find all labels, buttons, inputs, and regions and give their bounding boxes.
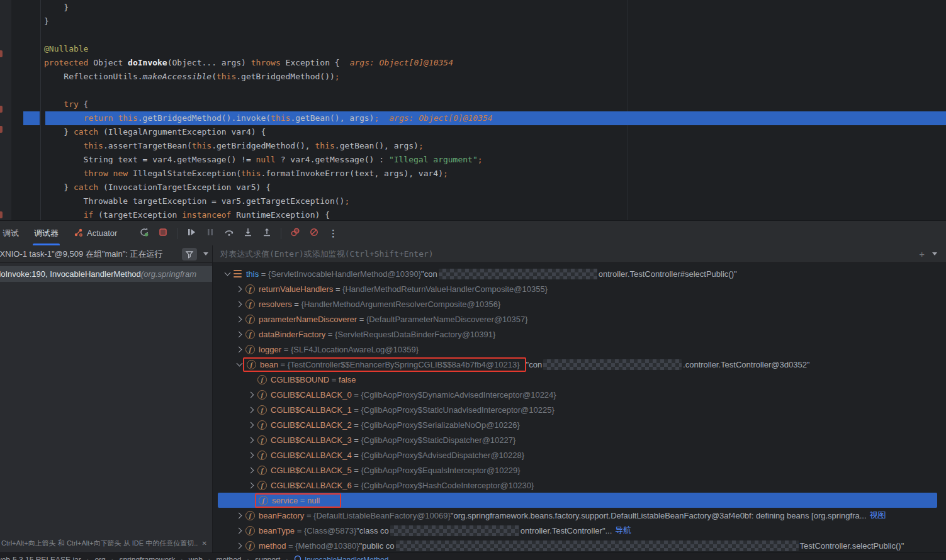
variable-row-returnValueHandlers[interactable]: freturnValueHandlers = {HandlerMethodRet… (218, 281, 937, 296)
variable-row-CGLIB$CALLBACK_2[interactable]: fCGLIB$CALLBACK_2 = {CglibAopProxy$Seria… (218, 417, 937, 432)
step-over-icon (224, 227, 234, 240)
variable-row-beanFactory[interactable]: fbeanFactory = {DefaultListableBeanFacto… (218, 508, 937, 523)
breadcrumb-item[interactable]: method (217, 556, 242, 560)
code-token: IllegalStateException( (133, 169, 241, 178)
variable-row-CGLIB$CALLBACK_1[interactable]: fCGLIB$CALLBACK_1 = {CglibAopProxy$Stati… (218, 402, 937, 417)
code-line[interactable]: @Nullable (0, 42, 946, 56)
chevron-glyph (248, 422, 254, 428)
code-line[interactable]: Throwable targetException = var5.getTarg… (0, 194, 946, 208)
code-line[interactable] (0, 84, 946, 98)
code-token: ; (478, 155, 483, 164)
value-link-导航[interactable]: 导航 (615, 525, 631, 536)
value-reference: {SLF4JLocationAwareLog@10359} (291, 345, 419, 354)
chevron-right-icon[interactable] (234, 538, 245, 553)
value-reference: {CglibAopProxy$AdvisedDispatcher@10228} (361, 451, 524, 460)
value-link-视图[interactable]: 视图 (870, 510, 886, 521)
code-token: throw new (84, 169, 133, 178)
resume-button[interactable] (183, 225, 200, 242)
chevron-right-icon[interactable] (234, 281, 245, 296)
add-watch-icon[interactable]: + (919, 249, 925, 259)
rerun-button[interactable] (136, 225, 152, 242)
code-line[interactable]: return this.getBridgedMethod().invoke(th… (0, 111, 946, 125)
breadcrumb-item[interactable]: org (94, 556, 105, 560)
code-line[interactable]: if (targetException instanceof RuntimeEx… (0, 208, 946, 220)
thread-selector[interactable]: "XNIO-1 task-1"@9,509 在组"main": 正在运行 (0, 245, 212, 262)
variable-row-CGLIB$BOUND[interactable]: fCGLIB$BOUND = false (218, 372, 937, 387)
code-line[interactable]: } catch (IllegalArgumentException var4) … (0, 125, 946, 139)
chevron-right-icon[interactable] (234, 523, 245, 538)
chevron-right-icon[interactable] (245, 417, 257, 432)
more-button[interactable]: ⋮ (325, 225, 341, 242)
stack-frame-row[interactable]: doInvoke:190, InvocableHandlerMethod (or… (0, 266, 212, 282)
evaluate-expression-field[interactable]: 对表达式求值(Enter)或添加监视(Ctrl+Shift+Enter) + (212, 245, 946, 262)
code-line[interactable]: String text = var4.getMessage() != null … (0, 153, 946, 167)
variable-row-this[interactable]: this = {ServletInvocableHandlerMethod@10… (218, 266, 937, 281)
variable-row-resolvers[interactable]: fresolvers = {HandlerMethodArgumentResol… (218, 296, 937, 311)
variable-row-bean[interactable]: fbean = {TestController$$EnhancerBySprin… (218, 357, 937, 372)
step-into-button[interactable] (240, 225, 256, 242)
variable-row-CGLIB$CALLBACK_3[interactable]: fCGLIB$CALLBACK_3 = {CglibAopProxy$Stati… (218, 432, 937, 447)
chevron-right-icon[interactable] (245, 462, 257, 478)
chevron-right-icon[interactable] (234, 342, 245, 357)
variable-row-parameterNameDiscoverer[interactable]: fparameterNameDiscoverer = {DefaultParam… (218, 311, 937, 327)
tab-调试器[interactable]: 调试器 (26, 221, 66, 245)
tab-Actuator[interactable]: Actuator (66, 221, 125, 245)
code-editor[interactable]: }}@Nullableprotected Object doInvoke(Obj… (0, 0, 946, 220)
mute-breakpoints-button[interactable] (306, 225, 322, 242)
step-over-button[interactable] (221, 225, 237, 242)
variable-row-CGLIB$CALLBACK_0[interactable]: fCGLIB$CALLBACK_0 = {CglibAopProxy$Dynam… (218, 387, 937, 402)
code-line[interactable]: protected Object doInvoke(Object... args… (0, 56, 946, 70)
equals-sign: = (286, 541, 295, 551)
chevron-right-icon[interactable] (245, 402, 257, 417)
value-string: "con (526, 360, 543, 369)
filter-frames-button[interactable] (182, 248, 197, 260)
chevron-right-icon[interactable] (234, 508, 245, 523)
chevron-right-icon[interactable] (245, 478, 257, 493)
breadcrumb-item[interactable]: support (255, 556, 280, 560)
expression-history-caret[interactable] (932, 252, 937, 255)
step-out-button[interactable] (259, 225, 275, 242)
tab-调试[interactable]: 调试 (0, 221, 26, 245)
variable-row-CGLIB$CALLBACK_6[interactable]: fCGLIB$CALLBACK_6 = {CglibAopProxy$HashC… (218, 478, 937, 493)
breadcrumb-item[interactable]: web (189, 556, 203, 560)
code-line[interactable]: this.assertTargetBean(this.getBridgedMet… (0, 139, 946, 153)
breadcrumb-label: springframework (119, 556, 175, 560)
chevron-right-icon[interactable] (245, 387, 257, 402)
variable-name: returnValueHandlers (259, 284, 333, 294)
code-line[interactable]: throw new IllegalStateException(this.for… (0, 167, 946, 181)
view-breakpoints-button[interactable] (287, 225, 303, 242)
toolbar-separator (177, 228, 177, 239)
code-line[interactable]: } catch (InvocationTargetException var5)… (0, 181, 946, 194)
chevron-glyph (248, 391, 254, 398)
code-line[interactable]: } (0, 14, 946, 28)
chevron-right-icon[interactable] (245, 432, 257, 447)
chevron-down-icon[interactable] (222, 266, 234, 281)
variable-row-beanType[interactable]: fbeanType = {Class@5873} "class coontrol… (218, 523, 937, 538)
variable-row-logger[interactable]: flogger = {SLF4JLocationAwareLog@10359} (218, 342, 937, 357)
equals-sign: = (325, 330, 335, 339)
pause-button[interactable] (202, 225, 218, 242)
code-line[interactable]: } (0, 1, 946, 14)
chevron-right-icon[interactable] (234, 311, 245, 327)
variable-row-CGLIB$CALLBACK_5[interactable]: fCGLIB$CALLBACK_5 = {CglibAopProxy$Equal… (218, 462, 937, 478)
breadcrumb-item[interactable]: web-5.3.15.RELEASE.jar (0, 556, 81, 560)
variable-row-dataBinderFactory[interactable]: fdataBinderFactory = {ServletRequestData… (218, 327, 937, 342)
code-line[interactable]: try { (0, 98, 946, 111)
stop-button[interactable] (155, 225, 171, 242)
code-line[interactable] (0, 28, 946, 42)
actuator-icon (74, 228, 83, 239)
code-line[interactable]: ReflectionUtils.makeAccessible(this.getB… (0, 70, 946, 84)
variable-row-method[interactable]: fmethod = {Method@10380} "public coTestC… (218, 538, 937, 553)
breadcrumb-item[interactable]: springframework (119, 556, 175, 560)
variable-row-CGLIB$CALLBACK_4[interactable]: fCGLIB$CALLBACK_4 = {CglibAopProxy$Advis… (218, 447, 937, 462)
chevron-right-icon[interactable] (245, 447, 257, 462)
close-icon[interactable]: ✕ (202, 540, 207, 547)
breadcrumb-item[interactable]: InvocableHandlerMethod (294, 555, 388, 560)
thread-dropdown-caret[interactable] (203, 252, 208, 255)
variable-row-service[interactable]: fservice = null (218, 493, 937, 508)
value-reference: {ServletRequestDataBinderFactory@10391} (335, 330, 495, 339)
equals-sign: = (333, 284, 342, 294)
chevron-right-icon[interactable] (234, 327, 245, 342)
code-token (44, 141, 84, 150)
chevron-right-icon[interactable] (234, 296, 245, 311)
